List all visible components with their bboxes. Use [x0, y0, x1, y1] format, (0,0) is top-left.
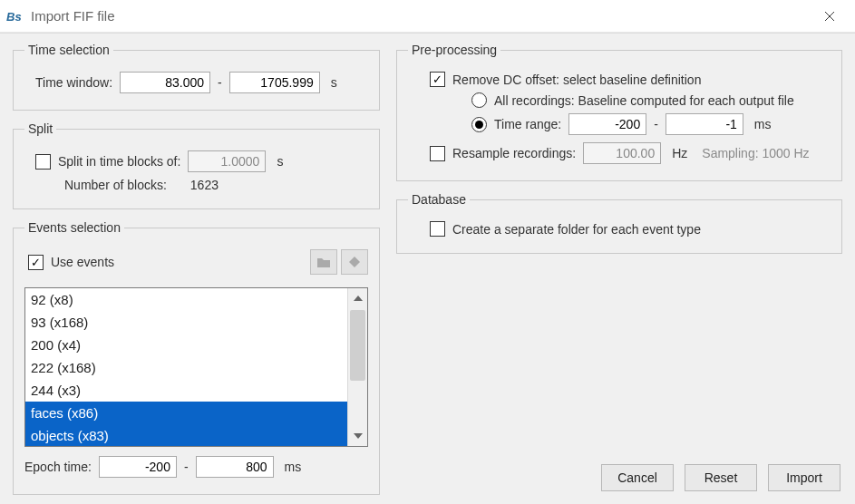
split-checkbox-label: Split in time blocks of: [58, 154, 180, 169]
database-group: Database Create a separate folder for ea… [396, 192, 842, 254]
resample-value-input[interactable] [583, 142, 661, 164]
dc-offset-checkbox[interactable] [430, 72, 445, 87]
close-icon [824, 11, 835, 22]
app-logo-text: Bs [6, 10, 22, 24]
close-button[interactable] [810, 3, 850, 30]
resample-label: Resample recordings: [452, 146, 576, 160]
baseline-range-unit: ms [754, 117, 772, 131]
dialog-buttons: Cancel Reset Import [601, 464, 840, 491]
baseline-range-radio[interactable] [471, 117, 487, 132]
list-item[interactable]: 200 (x4) [25, 334, 347, 356]
baseline-range-label: Time range: [494, 117, 561, 131]
split-blocks-value: 1623 [190, 178, 219, 192]
events-scrollbar[interactable] [347, 288, 367, 446]
events-marker-button[interactable] [341, 249, 368, 275]
list-item[interactable]: 222 (x168) [25, 356, 347, 379]
scroll-track[interactable] [348, 308, 367, 426]
separate-folder-checkbox[interactable] [430, 221, 445, 237]
baseline-all-radio[interactable] [471, 92, 487, 108]
epoch-start-input[interactable] [99, 456, 177, 478]
split-unit: s [277, 154, 283, 169]
cancel-button[interactable]: Cancel [601, 464, 674, 491]
list-item[interactable]: objects (x83) [25, 424, 347, 446]
list-item[interactable]: 93 (x168) [25, 311, 347, 334]
pre-processing-group: Pre-processing Remove DC offset: select … [396, 43, 842, 181]
list-item[interactable]: 92 (x8) [25, 288, 347, 311]
events-selection-group: Events selection Use events [13, 220, 380, 495]
folder-icon [316, 256, 331, 268]
time-window-separator: - [218, 75, 222, 90]
use-events-checkbox[interactable] [28, 255, 44, 270]
import-button[interactable]: Import [768, 464, 840, 491]
pre-processing-legend: Pre-processing [408, 43, 500, 57]
baseline-all-label: All recordings: Baseline computed for ea… [494, 93, 794, 108]
events-selection-legend: Events selection [24, 220, 124, 235]
split-block-value-input[interactable] [188, 150, 266, 172]
dc-offset-label: Remove DC offset: select baseline defini… [452, 73, 701, 87]
scroll-thumb[interactable] [350, 310, 365, 381]
baseline-range-end-input[interactable] [666, 113, 743, 135]
time-window-label: Time window: [35, 75, 112, 90]
split-blocks-label: Number of blocks: [64, 178, 167, 192]
time-selection-legend: Time selection [24, 43, 113, 57]
separate-folder-label: Create a separate folder for each event … [452, 222, 701, 237]
sampling-info: Sampling: 1000 Hz [702, 146, 809, 160]
split-legend: Split [24, 121, 56, 136]
titlebar: Bs Import FIF file [0, 0, 855, 33]
database-legend: Database [408, 192, 470, 207]
use-events-label: Use events [51, 255, 114, 269]
split-group: Split Split in time blocks of: s Number … [13, 121, 380, 209]
time-selection-group: Time selection Time window: - s [13, 43, 380, 111]
baseline-range-start-input[interactable] [568, 113, 646, 135]
diamond-icon [348, 256, 361, 268]
chevron-down-icon [354, 433, 363, 439]
chevron-up-icon [354, 296, 363, 301]
app-logo: Bs [5, 7, 24, 25]
events-open-button[interactable] [310, 249, 337, 275]
resample-checkbox[interactable] [430, 146, 445, 161]
scroll-down-button[interactable] [348, 426, 367, 446]
list-item[interactable]: faces (x86) [25, 402, 347, 424]
scroll-up-button[interactable] [348, 288, 367, 308]
events-listbox[interactable]: 92 (x8)93 (x168)200 (x4)222 (x168)244 (x… [24, 287, 368, 447]
time-window-start-input[interactable] [120, 72, 210, 93]
reset-button[interactable]: Reset [685, 464, 757, 491]
epoch-time-label: Epoch time: [24, 460, 92, 474]
resample-unit: Hz [672, 146, 687, 160]
window-title: Import FIF file [31, 8, 115, 24]
time-window-end-input[interactable] [229, 72, 320, 93]
time-window-unit: s [331, 75, 337, 90]
split-checkbox[interactable] [35, 154, 51, 170]
baseline-range-separator: - [654, 117, 658, 131]
epoch-unit: ms [285, 460, 302, 474]
list-item[interactable]: 244 (x3) [25, 379, 347, 402]
epoch-separator: - [184, 460, 189, 474]
epoch-end-input[interactable] [196, 456, 274, 478]
